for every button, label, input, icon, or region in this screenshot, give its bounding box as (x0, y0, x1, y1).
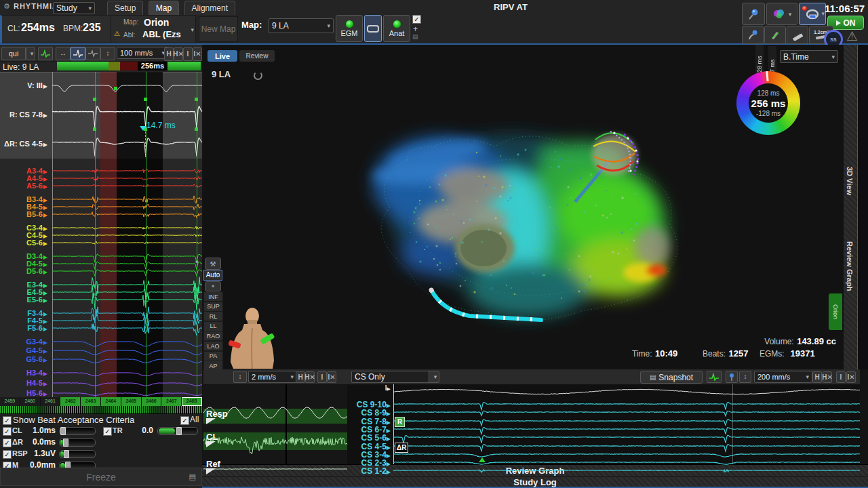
notes-icon[interactable]: ▤ (189, 472, 196, 481)
timeline-beat-cell[interactable]: 2462 (60, 397, 81, 406)
signal-mode2-icon[interactable] (85, 47, 100, 60)
orient-button-pa[interactable]: PA (203, 351, 223, 361)
lead-i-label[interactable]: I▶ (347, 384, 391, 392)
lead-filter-select[interactable]: CS Only (351, 371, 433, 383)
caliper-h-delete-icon[interactable]: H✕ (823, 371, 832, 383)
study-log-bar[interactable]: Study Log (202, 476, 868, 488)
acquisition-menu-button[interactable]: qui (1, 47, 26, 60)
cl-checkbox[interactable]: ✓ (3, 427, 12, 436)
anat-button[interactable]: Anat (383, 15, 410, 42)
channel-lead-label[interactable]: G5-6▶ (0, 355, 47, 363)
color-mode-select[interactable]: B.Time▾ (780, 50, 838, 63)
fit-sweep-icon[interactable]: ↕ (100, 47, 115, 60)
map-color-mode-icon[interactable]: ▾ (766, 3, 797, 25)
orient-button-ap[interactable]: AP (203, 361, 223, 369)
caliper-h-icon[interactable]: H (812, 371, 822, 383)
channel-lead-label[interactable]: D5-6▶ (0, 267, 47, 275)
map-abl-selector[interactable]: Map: Orion ⚠ Abl: ABL (Ezs ▾ (111, 15, 196, 43)
orient-button-lao[interactable]: LAO (203, 341, 223, 351)
caliper-h-icon[interactable]: H (164, 47, 174, 61)
caliper-h-delete-icon[interactable]: H✕ (174, 47, 183, 61)
caliper-i-delete-icon[interactable]: I✕ (846, 371, 856, 383)
dr-checkbox[interactable]: ✓ (3, 439, 12, 447)
channel-lead-label[interactable]: G4-5▶ (0, 346, 47, 354)
resp-label[interactable]: Resp (206, 409, 228, 419)
cs-lead-label[interactable]: CS 1-2▶ (347, 466, 391, 476)
scope-lead-r[interactable]: R: CS 7-8▶ (0, 110, 47, 119)
tab-alignment[interactable]: Alignment (184, 1, 235, 15)
caliper-i-delete-icon[interactable]: I✕ (327, 371, 336, 383)
tr-slider[interactable] (157, 427, 198, 435)
live-tab[interactable]: Live (208, 50, 237, 62)
auto-orient-button[interactable]: Auto (203, 270, 222, 281)
roving-pin-tool-icon[interactable] (742, 26, 764, 44)
cl-slider[interactable] (59, 427, 96, 435)
ref-label[interactable]: Ref (206, 459, 220, 469)
add-point-icon[interactable]: + (413, 24, 418, 34)
export-trace-icon[interactable] (707, 371, 722, 383)
caliper-i-delete-icon[interactable]: I✕ (193, 47, 202, 61)
sweep-speed-select[interactable]: 100 mm/s▾ (117, 47, 168, 59)
fit-horizontal-icon[interactable]: ↔ (56, 47, 71, 60)
rsp-checkbox[interactable]: ✓ (3, 450, 12, 459)
caliper-i-icon[interactable]: I (183, 47, 193, 61)
sculpt-tool-icon[interactable]: ⚒ (205, 258, 221, 270)
lead-filter-dropdown[interactable]: ▾ (429, 371, 439, 383)
ref-speed-select[interactable]: 2 mm/s▾ (248, 371, 297, 383)
reference-beat-marker-icon[interactable] (479, 458, 486, 462)
map-3d-view[interactable]: Live Review 9 LA B.Time▾ 128 ms -127 ms … (203, 45, 843, 369)
tag-pin-tool-icon[interactable] (742, 3, 765, 25)
active-map-select[interactable]: 9 LA▾ (269, 18, 334, 33)
channel-lead-label[interactable]: H3-4▶ (0, 369, 47, 377)
dr-annotation-badge[interactable]: ΔR (395, 443, 408, 453)
timeline-beat-cell[interactable]: 2465 (121, 397, 142, 406)
beat-timeline[interactable]: 2459246024612462246324642465246624672468 (0, 397, 202, 406)
anchor-pin-icon[interactable] (726, 371, 738, 383)
caliper-i-icon[interactable]: I (836, 371, 846, 383)
timeline-beat-cell[interactable]: 2464 (101, 397, 121, 406)
orient-button-sup[interactable]: SUP (203, 302, 223, 312)
scope-lead-v[interactable]: V: III▶ (0, 81, 47, 89)
link-egm-anat-button[interactable] (364, 15, 382, 42)
tr-checkbox[interactable]: ✓ (103, 427, 112, 436)
channel-lead-label[interactable]: E5-6▶ (0, 296, 47, 304)
channel-lead-label[interactable]: G3-4▶ (0, 338, 47, 346)
study-menu-button[interactable]: Study▾ (53, 2, 95, 14)
tool-icon[interactable]: ▤ (412, 33, 418, 40)
tab-setup[interactable]: Setup (107, 1, 143, 15)
tab-review-graph[interactable]: Review Graph (846, 241, 854, 291)
show-criteria-checkbox[interactable]: ✓ (3, 416, 12, 425)
caliper-i-icon[interactable]: I (317, 371, 327, 383)
orient-button-rao[interactable]: RAO (203, 331, 223, 341)
center-view-icon[interactable]: ✦ (205, 281, 221, 291)
cs-speed-select[interactable]: 200 mm/s▾ (754, 371, 812, 383)
channel-lead-label[interactable]: A5-6▶ (0, 182, 47, 190)
beat-accept-icon[interactable] (38, 47, 53, 60)
fit-sweep-icon[interactable]: ↕ (233, 371, 247, 383)
tab-map[interactable]: Map (149, 1, 179, 15)
alert-warning-icon[interactable]: ⚠ (846, 28, 858, 44)
rsp-slider[interactable] (59, 450, 96, 458)
erase-tool-icon[interactable] (764, 26, 786, 44)
channel-lead-label[interactable]: H4-5▶ (0, 379, 47, 387)
collapse-panel-icon[interactable]: ◂ (195, 258, 198, 265)
dr-slider[interactable] (59, 439, 96, 447)
record-view-tool-icon[interactable]: ▾ (799, 3, 826, 25)
r-annotation-badge[interactable]: R (395, 417, 405, 427)
acquisition-menu-dropdown[interactable]: ▾ (26, 47, 35, 60)
cl-label[interactable]: CL (206, 432, 218, 442)
timeline-beat-cell[interactable]: 2459 (0, 397, 20, 406)
orient-button-rl[interactable]: RL (203, 311, 223, 321)
timeline-beat-cell[interactable]: 2461 (41, 397, 61, 406)
fit-sweep-icon[interactable]: ↕ (739, 371, 751, 383)
freeze-button[interactable]: Freeze ▤ (0, 468, 202, 486)
review-tab[interactable]: Review (239, 50, 275, 62)
all-checkbox[interactable]: ✓ (180, 416, 189, 425)
channel-lead-label[interactable]: B5-6▶ (0, 210, 47, 218)
timeline-beat-cell[interactable]: 2460 (20, 397, 41, 406)
timeline-beat-cell[interactable]: 2466 (142, 397, 162, 406)
channel-lead-label[interactable]: F5-6▶ (0, 324, 47, 332)
timeline-beat-cell[interactable]: 2467 (161, 397, 182, 406)
mapping-window-bar[interactable]: 256ms (57, 62, 201, 70)
caliper-h-delete-icon[interactable]: H✕ (305, 371, 315, 383)
